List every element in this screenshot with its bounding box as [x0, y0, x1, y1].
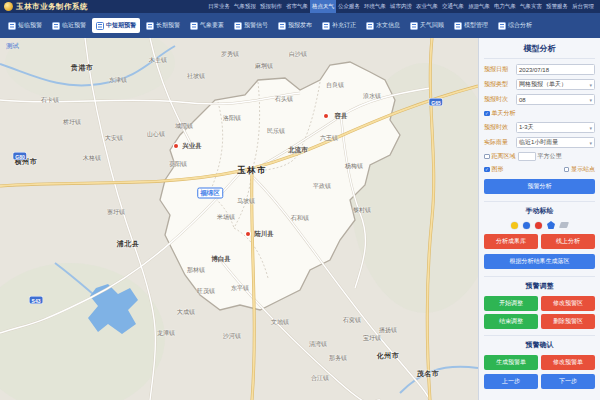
toolbar-item[interactable]: 预警信号	[230, 18, 272, 33]
warning-marker-icon	[174, 144, 178, 148]
map-breadcrumb: 测试	[6, 42, 19, 51]
toolbar-item[interactable]: 补充订正	[318, 18, 360, 33]
warning-analysis-button[interactable]: 预警分析	[484, 179, 595, 194]
nav-item[interactable]: 省市气象	[284, 0, 310, 13]
document-icon	[8, 22, 16, 30]
chevron-down-icon: ▾	[589, 82, 592, 88]
warning-adjust-buttons: 开始调整修改预警区结束调整删除预警区	[484, 296, 595, 329]
show-station-checkbox[interactable]	[564, 167, 570, 173]
nav-item[interactable]: 预报制作	[258, 0, 284, 13]
nav-item[interactable]: 后台管理	[570, 0, 596, 13]
toolbar-item[interactable]: 天气回顾	[406, 18, 448, 33]
actual-rain-row: 实际雨量 临近1小时雨量▾	[484, 137, 595, 148]
analysis-library-button[interactable]: 分析成果库	[484, 234, 538, 249]
warning-adjust-button[interactable]: 修改预警区	[541, 296, 595, 311]
distance-label: 距离区域	[492, 152, 516, 161]
online-analysis-button[interactable]: 线上分析	[541, 234, 595, 249]
polygon-tool-icon[interactable]	[547, 221, 555, 229]
validity-select[interactable]: 1-3天▾	[516, 122, 595, 133]
nav-item[interactable]: 气象灾害	[518, 0, 544, 13]
main-nav: 日常业务气象预报预报制作省市气象格点天气公众服务环境气象城市内涝农业气象交通气象…	[206, 0, 596, 13]
document-icon	[190, 22, 198, 30]
forecast-date-input[interactable]: 2023/07/18	[516, 64, 595, 75]
distance-checkbox[interactable]	[484, 154, 490, 160]
document-icon	[498, 22, 506, 30]
chevron-down-icon: ▾	[589, 140, 592, 146]
eraser-tool-icon[interactable]	[559, 222, 569, 228]
blue-draw-tool[interactable]	[523, 222, 530, 229]
yellow-draw-tool[interactable]	[511, 222, 518, 229]
prev-step-button[interactable]: 上一步	[484, 374, 538, 389]
toolbar-item[interactable]: 短临预警	[4, 18, 46, 33]
validity-label: 预报时效	[484, 123, 514, 132]
forecast-time-row: 预报时次 08▾	[484, 94, 595, 105]
manual-plot-title: 手动标绘	[484, 206, 595, 216]
draw-tools	[484, 221, 595, 229]
red-draw-tool[interactable]	[535, 222, 542, 229]
nav-item[interactable]: 电力气象	[492, 0, 518, 13]
document-icon	[52, 22, 60, 30]
single-day-row: 单天分析	[484, 109, 595, 118]
nav-item[interactable]: 交通气象	[440, 0, 466, 13]
forecast-type-select[interactable]: 网格预报（单天）▾	[516, 79, 595, 90]
warning-confirm-button[interactable]: 修改预警单	[541, 355, 595, 370]
distance-input[interactable]	[518, 152, 536, 161]
chevron-down-icon: ▾	[589, 125, 592, 131]
nav-item[interactable]: 格点天气	[310, 0, 336, 13]
warning-adjust-button[interactable]: 开始调整	[484, 296, 538, 311]
warning-adjust-title: 预警调整	[484, 281, 595, 291]
road-shield-icon: G65	[429, 99, 442, 106]
display-options-row: 图形 显示站点	[484, 165, 595, 174]
graphic-label: 图形	[492, 165, 504, 174]
toolbar-item[interactable]: 预报发布	[274, 18, 316, 33]
header-bar: 玉林市业务制作系统 日常业务气象预报预报制作省市气象格点天气公众服务环境气象城市…	[0, 0, 600, 13]
next-step-button[interactable]: 下一步	[541, 374, 595, 389]
toolbar-item[interactable]: 气象要素	[186, 18, 228, 33]
toolbar-item[interactable]: 临近预警	[48, 18, 90, 33]
forecast-type-row: 预报类型 网格预报（单天）▾	[484, 79, 595, 90]
document-icon	[146, 22, 154, 30]
nav-item[interactable]: 环境气象	[362, 0, 388, 13]
nav-item[interactable]: 旅游气象	[466, 0, 492, 13]
nav-item[interactable]: 农业气象	[414, 0, 440, 13]
nav-item[interactable]: 公众服务	[336, 0, 362, 13]
chevron-down-icon: ▾	[589, 97, 592, 103]
warning-confirm-title: 预警确认	[484, 340, 595, 350]
forecast-time-select[interactable]: 08▾	[516, 94, 595, 105]
document-icon	[234, 22, 242, 30]
toolbar-item[interactable]: 综合分析	[494, 18, 536, 33]
graphic-checkbox[interactable]	[484, 167, 490, 173]
road-shield-icon: S43	[30, 297, 43, 304]
warning-confirm-buttons: 生成预警单修改预警单	[484, 355, 595, 370]
show-station-label: 显示站点	[571, 165, 595, 174]
forecast-type-label: 预报类型	[484, 80, 514, 89]
warning-confirm-button[interactable]: 生成预警单	[484, 355, 538, 370]
map-canvas[interactable]: 测试 贵港市横州市浦北县茂名市化州市玉林市北流市兴业县容县福绵区陆川县博白县石卡…	[0, 38, 478, 400]
forecast-time-label: 预报时次	[484, 95, 514, 104]
nav-item[interactable]: 日常业务	[206, 0, 232, 13]
actual-rain-label: 实际雨量	[484, 138, 514, 147]
document-icon	[410, 22, 418, 30]
generate-area-button[interactable]: 根据分析结果生成落区	[484, 254, 595, 269]
single-day-checkbox[interactable]	[484, 111, 490, 117]
nav-item[interactable]: 气象预报	[232, 0, 258, 13]
model-analysis-panel: 模型分析 预报日期 2023/07/18 预报类型 网格预报（单天）▾ 预报时次…	[478, 38, 600, 400]
toolbar-item[interactable]: 模型管理	[450, 18, 492, 33]
document-icon	[366, 22, 374, 30]
nav-item[interactable]: 城市内涝	[388, 0, 414, 13]
app-logo-icon	[4, 2, 13, 11]
document-icon	[278, 22, 286, 30]
nav-item[interactable]: 预警服务	[544, 0, 570, 13]
warning-marker-icon	[324, 114, 328, 118]
warning-adjust-button[interactable]: 结束调整	[484, 314, 538, 329]
warning-adjust-button[interactable]: 删除预警区	[541, 314, 595, 329]
actual-rain-select[interactable]: 临近1小时雨量▾	[516, 137, 595, 148]
map-graphics	[0, 38, 478, 400]
distance-unit-label: 平方公里	[538, 152, 562, 161]
toolbar-item[interactable]: 长期预警	[142, 18, 184, 33]
validity-row: 预报时效 1-3天▾	[484, 122, 595, 133]
distance-row: 距离区域 平方公里	[484, 152, 595, 161]
document-icon	[322, 22, 330, 30]
toolbar-item[interactable]: 中短期预警	[92, 18, 140, 33]
toolbar-item[interactable]: 水文信息	[362, 18, 404, 33]
